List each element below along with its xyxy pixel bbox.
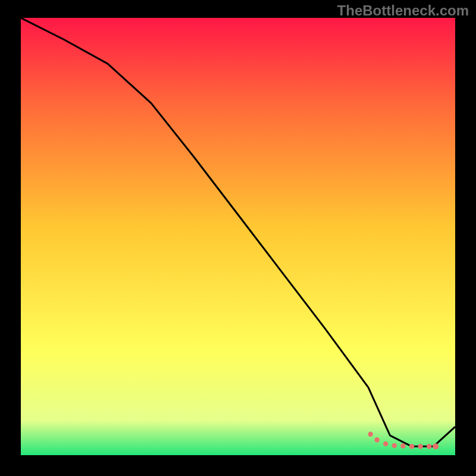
- chart-background: [21, 18, 455, 455]
- dotted-marker: [374, 437, 379, 442]
- watermark-text: TheBottleneck.com: [337, 2, 469, 19]
- end-marker: [433, 443, 439, 449]
- dotted-marker: [409, 444, 414, 449]
- chart-svg: [21, 18, 455, 455]
- chart-container: TheBottleneck.com: [0, 0, 476, 476]
- dotted-marker: [383, 441, 388, 446]
- dotted-marker: [400, 443, 405, 448]
- dotted-marker: [368, 432, 372, 437]
- dotted-marker: [418, 444, 422, 449]
- dotted-marker: [392, 443, 397, 448]
- dotted-marker: [427, 444, 431, 449]
- plot-area: [21, 18, 455, 455]
